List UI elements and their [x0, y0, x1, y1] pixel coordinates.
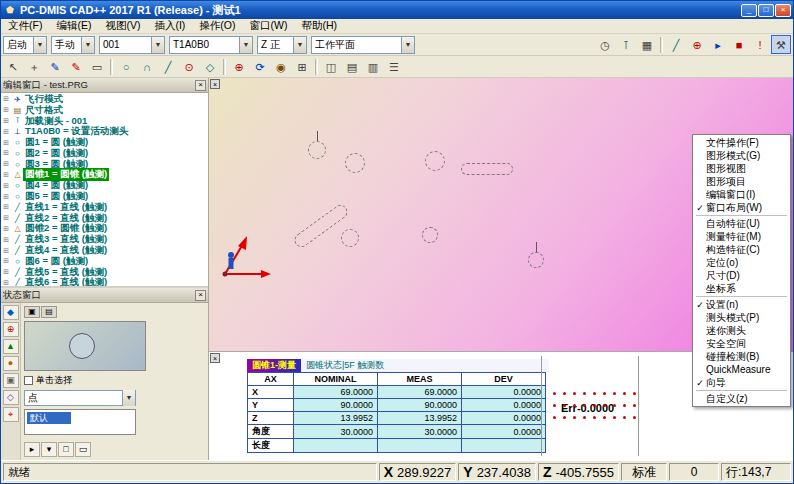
status-window-close-icon[interactable]: ×: [195, 290, 206, 301]
feature-mode-icon[interactable]: ◆: [3, 305, 19, 320]
chevron-down-icon[interactable]: ▼: [401, 37, 414, 53]
sphere-status-icon[interactable]: ●: [3, 356, 19, 371]
context-menu-item-4[interactable]: 编辑窗口(I): [694, 188, 789, 201]
close-button[interactable]: ×: [775, 4, 791, 17]
tree-expand-icon[interactable]: ⊞: [3, 149, 12, 157]
preset-list[interactable]: 默认: [24, 409, 136, 435]
arc-feature-tool-icon[interactable]: ∩: [137, 57, 157, 76]
tree-expand-icon[interactable]: ⊞: [3, 203, 12, 211]
text-view-tool-icon[interactable]: ▥: [363, 57, 383, 76]
report-close-icon[interactable]: ×: [210, 353, 220, 363]
tree-expand-icon[interactable]: ⊞: [3, 182, 12, 190]
cad-slot-feature[interactable]: [461, 163, 513, 175]
probe-toolbox-button-icon[interactable]: ⊺: [616, 35, 636, 54]
menu-item-2[interactable]: 视图(V): [98, 18, 147, 34]
tree-expand-icon[interactable]: ⊞: [3, 214, 12, 222]
tree-expand-icon[interactable]: ⊞: [3, 268, 12, 276]
prev-view-button[interactable]: ▸: [24, 442, 40, 457]
tree-expand-icon[interactable]: ⊞: [3, 95, 12, 103]
path-lines-button-icon[interactable]: ╱: [666, 35, 686, 54]
tree-expand-icon[interactable]: ⊞: [3, 247, 12, 255]
tree-expand-icon[interactable]: ⊞: [3, 171, 12, 179]
report-view-tool-icon[interactable]: ▤: [342, 57, 362, 76]
context-menu-item-0[interactable]: 文件操作(F): [694, 136, 789, 149]
rotate-view-tool-icon[interactable]: ⟳: [250, 57, 270, 76]
gridlines-button-icon[interactable]: ▦: [637, 35, 657, 54]
context-menu-item-9[interactable]: 构造特征(C): [694, 243, 789, 256]
context-menu-item-20[interactable]: ✓向导: [694, 376, 789, 389]
context-menu-item-12[interactable]: 坐标系: [694, 282, 789, 295]
context-menu-item-22[interactable]: 自定义(z): [694, 392, 789, 405]
plane-feature-tool-icon[interactable]: ◇: [200, 57, 220, 76]
context-menu-item-2[interactable]: 图形视图: [694, 162, 789, 175]
point-type-combo[interactable]: 点 ▼: [24, 390, 136, 406]
chevron-down-icon[interactable]: ▼: [293, 37, 306, 53]
target-status-icon[interactable]: ⌖: [3, 407, 19, 422]
chevron-down-icon[interactable]: ▼: [122, 390, 135, 406]
view-set-combo[interactable]: 工作平面▼: [311, 36, 415, 54]
workplane-combo[interactable]: Z 正▼: [257, 36, 307, 54]
single-select-checkbox[interactable]: 单击选择: [24, 374, 205, 387]
tree-expand-icon[interactable]: ⊞: [3, 106, 12, 114]
cylinder-status-icon[interactable]: ◇: [3, 390, 19, 405]
probe-file-combo[interactable]: 001▼: [99, 36, 165, 54]
tree-expand-icon[interactable]: ⊞: [3, 257, 12, 265]
chevron-down-icon[interactable]: ▼: [151, 37, 164, 53]
zoom-fit-tool-icon[interactable]: ◉: [271, 57, 291, 76]
text-preview-tab[interactable]: ▤: [41, 306, 57, 318]
context-menu-item-5[interactable]: ✓窗口布局(W): [694, 201, 789, 214]
tree-expand-icon[interactable]: ⊞: [3, 279, 12, 286]
maximize-button[interactable]: □: [758, 4, 774, 17]
menu-item-1[interactable]: 编辑(E): [49, 18, 98, 34]
collision-alert-button-icon[interactable]: !: [750, 35, 770, 54]
cad-circle-feature[interactable]: [308, 141, 326, 159]
next-view-button[interactable]: ▾: [41, 442, 57, 457]
checkbox-icon[interactable]: [24, 376, 33, 385]
edit-window-close-icon[interactable]: ×: [195, 80, 206, 91]
point-info-button-icon[interactable]: ⊕: [687, 35, 707, 54]
tree-expand-icon[interactable]: ⊞: [3, 236, 12, 244]
context-menu-item-16[interactable]: 迷你测头: [694, 324, 789, 337]
chevron-down-icon[interactable]: ▼: [239, 37, 252, 53]
context-menu-item-1[interactable]: 图形模式(G): [694, 149, 789, 162]
crosshair-tool-icon[interactable]: ＋: [24, 57, 44, 76]
mark-tool-icon[interactable]: ✎: [66, 57, 86, 76]
stop-button-icon[interactable]: ■: [729, 35, 749, 54]
tree-item-17[interactable]: ⊞╱直线6 = 直线 (触测): [3, 278, 208, 286]
context-menu-item-8[interactable]: 测量特征(M): [694, 230, 789, 243]
menu-item-0[interactable]: 文件(F): [1, 18, 49, 34]
cone-status-icon[interactable]: ▲: [3, 339, 19, 354]
context-menu-item-18[interactable]: 碰撞检测(B): [694, 350, 789, 363]
menu-item-4[interactable]: 操作(O): [192, 18, 242, 34]
probe-tip-combo[interactable]: T1A0B0▼: [169, 36, 253, 54]
tools-button-icon[interactable]: ⚒: [771, 35, 791, 54]
timer-button-icon[interactable]: ◷: [595, 35, 615, 54]
graphic-preview-tab[interactable]: ▣: [24, 306, 40, 318]
grid-view-tool-icon[interactable]: ⊞: [292, 57, 312, 76]
cad-circle-feature[interactable]: [425, 151, 445, 171]
reset-view-button[interactable]: □: [58, 442, 74, 457]
context-menu-item-14[interactable]: ✓设置(n): [694, 298, 789, 311]
program-edit-tool-icon[interactable]: ✎: [45, 57, 65, 76]
context-menu-item-3[interactable]: 图形项目: [694, 175, 789, 188]
box-select-tool-icon[interactable]: ▭: [87, 57, 107, 76]
menu-item-6[interactable]: 帮助(H): [294, 18, 344, 34]
chevron-down-icon[interactable]: ▼: [33, 37, 46, 53]
cad-close-icon[interactable]: ×: [210, 79, 220, 89]
mode-combo[interactable]: 手动▼: [51, 36, 95, 54]
cad-circle-feature[interactable]: [345, 153, 365, 173]
context-menu-item-19[interactable]: QuickMeasure: [694, 363, 789, 376]
circle-feature-tool-icon[interactable]: ○: [116, 57, 136, 76]
context-menu-item-7[interactable]: 自动特征(U): [694, 217, 789, 230]
plane-status-icon[interactable]: ▣: [3, 373, 19, 388]
context-menu-item-17[interactable]: 安全空间: [694, 337, 789, 350]
cad-circle-feature[interactable]: [341, 229, 359, 247]
select-tool-icon[interactable]: ↖: [3, 57, 23, 76]
menu-item-3[interactable]: 插入(I): [147, 18, 192, 34]
chevron-down-icon[interactable]: ▼: [81, 37, 94, 53]
tree-expand-icon[interactable]: ⊞: [3, 225, 12, 233]
tree-expand-icon[interactable]: ⊞: [3, 160, 12, 168]
tree-expand-icon[interactable]: ⊞: [3, 193, 12, 201]
context-menu-item-10[interactable]: 定位(o): [694, 256, 789, 269]
cad-circle-feature[interactable]: [422, 227, 438, 243]
